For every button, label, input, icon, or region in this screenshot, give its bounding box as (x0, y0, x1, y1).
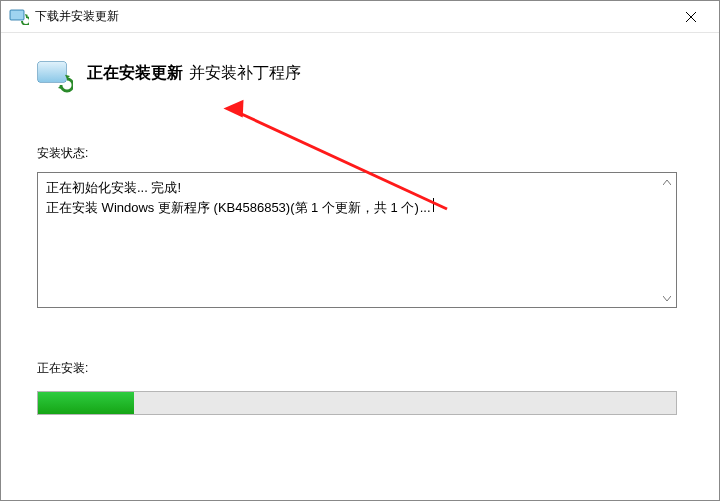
dialog-window: 下载并安装更新 (0, 0, 720, 501)
headline-light: 并安装补丁程序 (189, 63, 301, 84)
chevron-down-icon (663, 296, 671, 301)
close-button[interactable] (671, 2, 711, 32)
status-line-2: 正在安装 Windows 更新程序 (KB4586853)(第 1 个更新，共 … (46, 198, 658, 218)
progress-bar (37, 391, 677, 415)
status-label: 安装状态: (37, 145, 683, 162)
update-screen-icon (37, 61, 73, 93)
text-cursor (433, 198, 434, 212)
status-ellipsis: ... (420, 199, 431, 218)
titlebar: 下载并安装更新 (1, 1, 719, 33)
status-line-1: 正在初始化安装... 完成! (46, 179, 658, 198)
update-icon (9, 9, 29, 25)
close-icon (686, 12, 696, 22)
content-area: 正在安装更新 并安装补丁程序 安装状态: 正在初始化安装... 完成! 正在安装… (1, 33, 719, 433)
installing-label: 正在安装: (37, 360, 683, 377)
headline-bold: 正在安装更新 (87, 63, 183, 84)
header-row: 正在安装更新 并安装补丁程序 (37, 61, 683, 93)
scroll-up-button[interactable] (660, 175, 674, 189)
chevron-up-icon (663, 180, 671, 185)
headline: 正在安装更新 并安装补丁程序 (87, 61, 301, 84)
svg-rect-4 (38, 62, 66, 82)
progress-fill (38, 392, 134, 414)
svg-rect-0 (10, 10, 24, 20)
status-line-2-text: 正在安装 Windows 更新程序 (KB4586853)(第 1 个更新，共 … (46, 199, 419, 218)
status-textbox[interactable]: 正在初始化安装... 完成! 正在安装 Windows 更新程序 (KB4586… (37, 172, 677, 308)
window-title: 下载并安装更新 (35, 8, 671, 25)
scroll-down-button[interactable] (660, 291, 674, 305)
